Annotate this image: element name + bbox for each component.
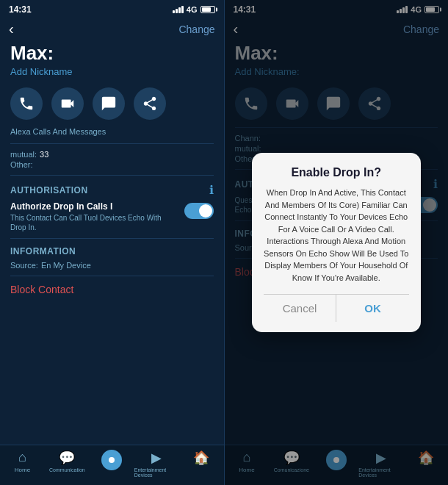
drop-in-desc: This Contact Can Call Tuol Devices Echo … xyxy=(10,213,177,232)
divider-1 xyxy=(10,143,214,144)
tab-entertainment-left[interactable]: ▶ Entertainment Devices xyxy=(134,450,179,478)
tab-home-label-left: Home xyxy=(15,467,30,473)
status-bar-left: 14:31 4G xyxy=(0,0,224,18)
back-button-left[interactable]: ‹ xyxy=(9,21,14,37)
info-icon[interactable]: ℹ xyxy=(209,183,214,197)
tab-comm-label-left: Communication xyxy=(49,467,85,473)
alexa-calls-label: Alexa Calls And Messages xyxy=(10,127,214,136)
status-right-left: 4G xyxy=(173,5,215,14)
other-row: Other: xyxy=(10,160,214,169)
comm-icon-left: 💬 xyxy=(59,450,75,466)
tab-comm-left[interactable]: 💬 Communication xyxy=(45,450,90,478)
tab-home2-left[interactable]: 🏠 xyxy=(179,450,224,478)
drop-in-text: Authorize Drop In Calls I This Contact C… xyxy=(10,201,177,232)
divider-4 xyxy=(10,276,214,276)
mutual-value: 33 xyxy=(40,150,48,159)
authorisation-section: AUTHORISATION ℹ xyxy=(10,183,214,197)
nav-bar-left: ‹ Change xyxy=(0,18,224,42)
share-button[interactable] xyxy=(134,87,166,120)
source-value: En My Device xyxy=(41,261,91,270)
content-left: Max: Add Nickname Alexa Calls And Messag… xyxy=(0,42,224,445)
smart-home-icon-left: 🏠 xyxy=(193,450,209,466)
toggle-knob xyxy=(199,204,212,218)
enable-dropin-dialog: Enable Drop In? When Drop In And Active,… xyxy=(252,153,421,332)
mutual-row: mutual: 33 xyxy=(10,150,214,159)
right-screen: 14:31 4G ‹ Change Max: Add Nickname: xyxy=(224,0,449,485)
dialog-cancel-button[interactable]: Cancel xyxy=(264,295,337,322)
change-button-left[interactable]: Change xyxy=(178,24,214,35)
entertainment-icon-left: ▶ xyxy=(151,450,162,466)
dialog-ok-button[interactable]: OK xyxy=(336,295,409,322)
mutual-label: mutual: xyxy=(10,150,37,159)
dialog-title: Enable Drop In? xyxy=(264,166,409,179)
tab-home-left[interactable]: ⌂ Home xyxy=(0,450,45,478)
network-label: 4G xyxy=(187,5,198,14)
divider-2 xyxy=(10,175,214,176)
tab-alexa-left[interactable] xyxy=(90,450,134,478)
message-button[interactable] xyxy=(93,87,125,120)
other-label: Other: xyxy=(10,160,33,169)
drop-in-setting: Authorize Drop In Calls I This Contact C… xyxy=(10,201,214,232)
home-icon-left: ⌂ xyxy=(18,450,26,465)
left-screen: 14:31 4G ‹ Change Max: Add Nickname xyxy=(0,0,224,485)
signal-icon xyxy=(173,6,184,13)
video-button[interactable] xyxy=(51,87,84,120)
divider-3 xyxy=(10,238,214,239)
information-section: INFORMATION xyxy=(10,246,214,256)
dialog-overlay: Enable Drop In? When Drop In And Active,… xyxy=(225,0,449,485)
source-row: Source: En My Device xyxy=(10,261,214,270)
action-buttons-left xyxy=(10,87,214,120)
dialog-body: When Drop In And Active, This Contact An… xyxy=(264,187,409,284)
tab-entertainment-label-left: Entertainment Devices xyxy=(134,467,179,478)
dialog-buttons: Cancel OK xyxy=(264,294,409,322)
source-label: Source: xyxy=(10,261,38,270)
information-title: INFORMATION xyxy=(10,246,76,256)
alexa-ring-left xyxy=(101,450,122,470)
time-left: 14:31 xyxy=(9,4,32,15)
alexa-dot-left xyxy=(109,457,115,463)
add-nickname-left[interactable]: Add Nickname xyxy=(10,66,214,77)
drop-in-title: Authorize Drop In Calls I xyxy=(10,201,177,212)
tab-bar-left: ⌂ Home 💬 Communication ▶ Entertainment D… xyxy=(0,445,224,485)
contact-name-left: Max: xyxy=(10,42,214,65)
authorisation-title: AUTHORISATION xyxy=(10,185,88,195)
drop-in-toggle[interactable] xyxy=(184,203,214,219)
call-button[interactable] xyxy=(10,87,43,120)
block-contact-left[interactable]: Block Contact xyxy=(10,284,214,295)
battery-icon xyxy=(200,6,215,13)
